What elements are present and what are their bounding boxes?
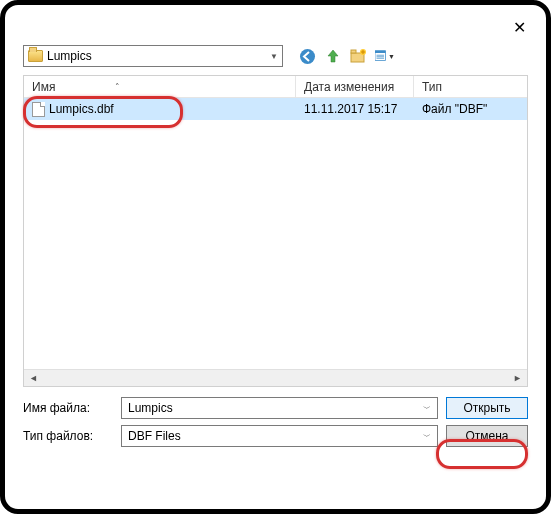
- filename-input[interactable]: Lumpics ﹀: [121, 397, 438, 419]
- filename-value: Lumpics: [128, 401, 173, 415]
- chevron-down-icon: ▼: [388, 53, 395, 60]
- filetype-value: DBF Files: [128, 429, 181, 443]
- folder-icon: [28, 50, 43, 62]
- scroll-left-icon[interactable]: ◄: [26, 372, 41, 385]
- chevron-down-icon: ﹀: [423, 431, 431, 442]
- file-name: Lumpics.dbf: [49, 102, 114, 116]
- path-label: Lumpics: [47, 49, 92, 63]
- filetype-label: Тип файлов:: [23, 429, 113, 443]
- svg-rect-5: [375, 51, 386, 53]
- button-label: Открыть: [463, 401, 510, 415]
- chevron-down-icon: ﹀: [423, 403, 431, 414]
- column-header-date[interactable]: Дата изменения: [296, 76, 414, 97]
- new-folder-icon[interactable]: [349, 46, 369, 66]
- svg-point-0: [300, 49, 315, 64]
- file-icon: [32, 102, 45, 117]
- up-icon[interactable]: [323, 46, 343, 66]
- cancel-button[interactable]: Отмена: [446, 425, 528, 447]
- column-label: Тип: [422, 80, 442, 94]
- close-icon[interactable]: ✕: [513, 18, 526, 37]
- column-label: Дата изменения: [304, 80, 394, 94]
- path-dropdown[interactable]: Lumpics ▼: [23, 45, 283, 67]
- file-date: 11.11.2017 15:17: [304, 102, 397, 116]
- column-label: Имя: [32, 80, 55, 94]
- list-item[interactable]: Lumpics.dbf 11.11.2017 15:17 Файл "DBF": [24, 98, 527, 120]
- scroll-right-icon[interactable]: ►: [510, 372, 525, 385]
- back-icon[interactable]: [297, 46, 317, 66]
- views-icon[interactable]: ▼: [375, 46, 395, 66]
- column-header-name[interactable]: Имя ˄: [24, 76, 296, 97]
- column-header-type[interactable]: Тип: [414, 76, 527, 97]
- file-type: Файл "DBF": [422, 102, 487, 116]
- file-list: Имя ˄ Дата изменения Тип Lumpics.dbf 11.…: [23, 75, 528, 387]
- chevron-down-icon: ▼: [270, 52, 278, 61]
- open-button[interactable]: Открыть: [446, 397, 528, 419]
- filename-label: Имя файла:: [23, 401, 113, 415]
- svg-rect-2: [351, 50, 356, 53]
- button-label: Отмена: [465, 429, 508, 443]
- horizontal-scrollbar[interactable]: ◄ ►: [24, 369, 527, 386]
- filetype-select[interactable]: DBF Files ﹀: [121, 425, 438, 447]
- sort-asc-icon: ˄: [115, 82, 120, 92]
